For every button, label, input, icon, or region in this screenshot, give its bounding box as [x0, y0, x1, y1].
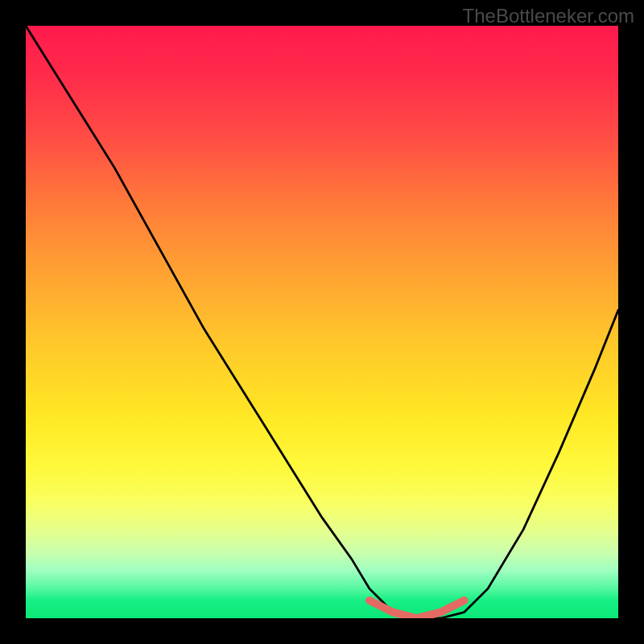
chart-frame: TheBottleneker.com [0, 0, 644, 644]
watermark-text: TheBottleneker.com [463, 5, 634, 27]
plot-area [26, 26, 618, 618]
curve-svg [26, 26, 618, 618]
bottleneck-curve-path [26, 26, 618, 618]
